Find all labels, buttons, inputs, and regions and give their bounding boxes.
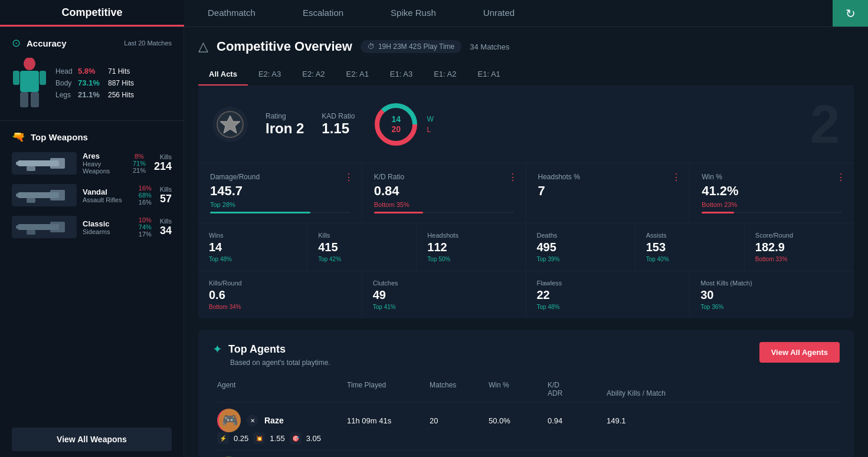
wl-losses: 20 xyxy=(392,124,401,134)
weapon-head-pct-1: 16% xyxy=(139,185,152,192)
weapon-type-0: Heavy Weapons xyxy=(83,160,125,175)
agent-role-icon-0: ✕ xyxy=(247,415,258,426)
stat-name-2: Headshots % xyxy=(538,173,678,181)
stat-cell-top-0: ⋮ Damage/Round 145.7 Top 28% xyxy=(198,163,362,223)
sidebar: ⊙ Accuracy Last 20 Matches xyxy=(0,27,184,457)
stats-row3: Kills/Round 0.6 Bottom 34% Clutches 49 T… xyxy=(198,271,854,318)
col-ability: Ability Kills / Match xyxy=(602,389,840,397)
nav-competitive[interactable]: Competitive xyxy=(0,0,184,27)
weapon-item-2: Classic Sidearms 10% 74% 17% Kills 34 xyxy=(12,216,172,238)
stat-name2-3: Deaths xyxy=(537,232,624,239)
acc-legs-hits: 256 Hits xyxy=(108,91,134,99)
act-tab-5[interactable]: E1: A2 xyxy=(423,64,467,86)
stat-more-0[interactable]: ⋮ xyxy=(344,172,353,183)
stat-bar-1 xyxy=(374,212,514,213)
ability3-val-0: 3.05 xyxy=(306,434,321,443)
rank-icon xyxy=(212,107,248,142)
stat-more-2[interactable]: ⋮ xyxy=(672,172,681,183)
stat-cell-top-1: ⋮ K/D Ratio 0.84 Bottom 35% xyxy=(362,163,526,223)
acc-legs-label: Legs xyxy=(55,91,74,99)
stat-cell2-3: Deaths 495 Top 39% xyxy=(526,223,636,271)
col-matches: Matches xyxy=(425,381,484,389)
nav-spike-rush-label: Spike Rush xyxy=(391,8,436,18)
act-tab-1[interactable]: E2: A3 xyxy=(248,64,291,86)
wl-labels: W L xyxy=(427,115,433,134)
ability2-val-0: 1.55 xyxy=(270,434,284,443)
overview-title: Competitive Overview xyxy=(217,39,352,54)
acc-head-row: Head 5.8% 71 Hits xyxy=(55,67,172,75)
act-tab-2[interactable]: E2: A2 xyxy=(291,64,335,86)
agent-abilities-0: ⚡ 0.25 💥 1.55 🎯 3.05 xyxy=(212,432,342,444)
svg-rect-8 xyxy=(27,166,35,171)
stat-val2-0: 14 xyxy=(209,241,296,254)
col-win-pct: Win % xyxy=(484,381,543,389)
weapon-type-2: Sidearms xyxy=(83,228,130,235)
ability3-icon-0: 🎯 xyxy=(290,432,302,444)
svg-rect-1 xyxy=(20,71,39,92)
unrated-button[interactable]: ↻ xyxy=(833,0,868,27)
kills-count-1: 57 xyxy=(160,193,172,205)
weapon-list: Ares Heavy Weapons 8% 71% 21% Kills 214 … xyxy=(12,152,172,238)
agent-name-cell-0: 🎮 ✕ Raze xyxy=(212,409,342,432)
weapon-head-pct-2: 10% xyxy=(139,216,152,223)
weapon-body-stats-1: 16% 68% 16% xyxy=(139,185,152,206)
weapon-body-pct-0: 71% xyxy=(133,160,146,167)
agent-winpct-0: 50.0% xyxy=(484,416,543,425)
col-kd: K/D xyxy=(543,381,602,389)
svg-rect-7 xyxy=(50,158,65,169)
weapon-name-0: Ares xyxy=(83,152,125,160)
play-time-badge: ⏱ 19H 23M 42S Play Time xyxy=(361,40,461,53)
agents-subtitle: Based on agent's total playtime. xyxy=(230,359,330,367)
agent-row-name-0: Raze xyxy=(264,416,284,425)
kills-count-2: 34 xyxy=(160,225,172,237)
top-nav: Competitive Deathmatch Escalation Spike … xyxy=(0,0,868,27)
view-all-weapons-button[interactable]: View All Weapons xyxy=(12,428,172,451)
nav-escalation[interactable]: Escalation xyxy=(279,0,367,27)
svg-rect-17 xyxy=(16,225,25,229)
unrated-icon: ↻ xyxy=(846,6,856,21)
stat-name2-1: Kills xyxy=(318,232,405,239)
view-all-agents-button[interactable]: View All Agents xyxy=(759,342,840,363)
act-tab-4[interactable]: E1: A3 xyxy=(379,64,423,86)
stat-val2-3: 495 xyxy=(537,241,624,254)
nav-spike-rush[interactable]: Spike Rush xyxy=(367,0,460,27)
act-tab-0[interactable]: All Acts xyxy=(198,64,248,86)
weapon-info-0: Ares Heavy Weapons xyxy=(83,152,125,175)
stats-grid: ⋮ Damage/Round 145.7 Top 28% ⋮ K/D Ratio… xyxy=(198,163,854,223)
acc-body-hits: 887 Hits xyxy=(108,79,134,87)
weapon-item-1: Vandal Assault Rifles 16% 68% 16% Kills … xyxy=(12,184,172,206)
acc-body-label: Body xyxy=(55,79,74,87)
acc-body-pct: 73.1% xyxy=(78,78,104,87)
accuracy-stats: Head 5.8% 71 Hits Body 73.1% 887 Hits Le… xyxy=(55,67,172,102)
svg-rect-12 xyxy=(27,198,35,203)
stat-val2-1: 415 xyxy=(318,241,405,254)
nav-deathmatch[interactable]: Deathmatch xyxy=(184,0,279,27)
svg-rect-11 xyxy=(50,190,65,200)
stat-name3-0: Kills/Round xyxy=(209,280,351,287)
accuracy-header: ⊙ Accuracy Last 20 Matches xyxy=(12,37,172,50)
agent-time-0: 11h 09m 41s xyxy=(342,416,425,425)
nav-unrated[interactable]: Unrated xyxy=(460,0,538,27)
stat-sub-1: Bottom 35% xyxy=(374,201,514,208)
stat-more-3[interactable]: ⋮ xyxy=(836,172,846,183)
acc-head-label: Head xyxy=(55,67,74,75)
stat-cell2-5: Score/Round 182.9 Bottom 33% xyxy=(745,223,854,271)
overview-icon: △ xyxy=(198,39,208,54)
agents-header: ✦ Top Agents Based on agent's total play… xyxy=(212,342,840,367)
act-tab-6[interactable]: E1: A1 xyxy=(467,64,510,86)
stat-cell3-1: Clutches 49 Top 41% xyxy=(362,271,526,318)
agent-row-0: 🎮 ✕ Raze 11h 09m 41s 20 50.0% 0.94 149.1… xyxy=(212,403,840,451)
nav-deathmatch-label: Deathmatch xyxy=(208,8,256,18)
stat-more-1[interactable]: ⋮ xyxy=(508,172,517,183)
stat-val2-2: 112 xyxy=(427,241,515,254)
body-diagram xyxy=(12,58,47,111)
rating-label: Rating xyxy=(266,112,304,120)
act-tab-3[interactable]: E2: A1 xyxy=(336,64,379,86)
weapon-item-0: Ares Heavy Weapons 8% 71% 21% Kills 214 xyxy=(12,152,172,175)
weapon-legs-pct-2: 17% xyxy=(139,231,152,238)
kad-info: KAD Ratio 1.15 xyxy=(322,112,355,137)
play-time-value: 19H 23M 42S Play Time xyxy=(378,42,454,51)
ability1-val-0: 0.25 xyxy=(234,434,248,443)
nav-escalation-label: Escalation xyxy=(303,8,343,18)
stat-val2-5: 182.9 xyxy=(755,241,843,254)
